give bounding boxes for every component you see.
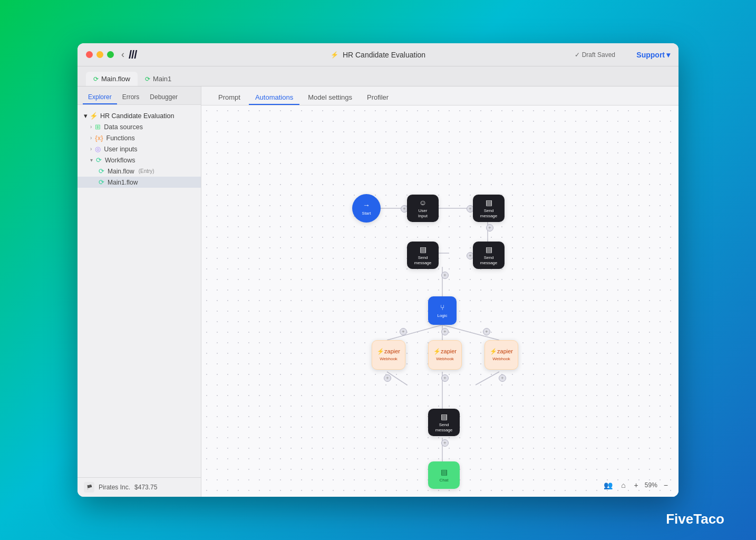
flow-icon: ⟳ bbox=[93, 75, 99, 83]
minimize-button[interactable] bbox=[96, 51, 103, 58]
chevron-right-icon-3: › bbox=[90, 146, 92, 152]
sidebar-footer: 🏴 Pirates Inc. $473.75 bbox=[77, 477, 201, 497]
database-icon: ⊞ bbox=[95, 123, 101, 131]
tree-root-hr[interactable]: ▾ ⚡ HR Candidate Evaluation bbox=[77, 110, 201, 121]
message-icon-3: ▤ bbox=[486, 245, 492, 254]
zapier-icon-3: ⚡zapier bbox=[490, 348, 513, 355]
tree-item-functions[interactable]: › {x} Functions bbox=[77, 132, 201, 143]
zoom-level: 59% bbox=[645, 481, 657, 489]
tree-subitem-main-flow[interactable]: ⟳ Main.flow (Entry) bbox=[77, 166, 201, 177]
branch-dot-3[interactable]: + bbox=[483, 328, 490, 335]
window-title-area: ⚡ HR Candidate Evaluation bbox=[331, 51, 425, 59]
node-send-msg-4[interactable]: ▤ Sendmessage bbox=[428, 409, 460, 436]
add-connector-6[interactable]: + bbox=[441, 439, 449, 447]
zoom-out-button[interactable]: − bbox=[662, 480, 670, 490]
sidebar-tab-bar: Explorer Errors Debugger bbox=[77, 86, 201, 105]
title-bar: ‹ /// ⚡ HR Candidate Evaluation ✓ Draft … bbox=[77, 43, 679, 66]
chevron-right-icon: › bbox=[90, 124, 92, 130]
sidebar: Explorer Errors Debugger ▾ ⚡ HR Candidat… bbox=[77, 86, 201, 497]
tab-main1[interactable]: ⟳ Main1 bbox=[138, 72, 179, 86]
sidebar-tab-explorer[interactable]: Explorer bbox=[83, 91, 117, 104]
tree-item-user-inputs[interactable]: › ◎ User inputs bbox=[77, 143, 201, 155]
close-button[interactable] bbox=[86, 51, 93, 58]
main1-flow-label: Main1.flow bbox=[108, 179, 138, 186]
node-zapier-2[interactable]: ⚡zapier Webhook bbox=[428, 340, 462, 370]
file-tab-bar: ⟳ Main.flow ⟳ Main1 bbox=[77, 66, 679, 86]
start-icon: → bbox=[363, 201, 370, 209]
tab-main-flow[interactable]: ⟳ Main.flow bbox=[86, 72, 138, 86]
tab-prompt[interactable]: Prompt bbox=[212, 91, 247, 105]
home-button[interactable]: ⌂ bbox=[619, 480, 627, 490]
title-icon: ⚡ bbox=[331, 51, 338, 59]
add-connector-3[interactable]: + bbox=[486, 224, 493, 232]
chevron-right-icon-2: › bbox=[90, 135, 92, 141]
converge-dot-1[interactable]: + bbox=[384, 374, 391, 382]
nav-area: ‹ /// bbox=[121, 48, 137, 62]
workflows-icon: ⟳ bbox=[96, 156, 102, 164]
node-chat[interactable]: ▤ Chat bbox=[428, 461, 460, 489]
svg-line-6 bbox=[387, 325, 442, 340]
chevron-down-icon-2: ▾ bbox=[90, 157, 93, 163]
chevron-down-icon: ▾ bbox=[84, 112, 88, 120]
tab-automations[interactable]: Automations bbox=[249, 91, 299, 105]
message-icon-1: ▤ bbox=[486, 198, 492, 207]
back-button[interactable]: ‹ bbox=[121, 49, 124, 60]
main-flow-label: Main.flow bbox=[108, 168, 134, 175]
content-tab-bar: Prompt Automations Model settings Profil… bbox=[201, 86, 679, 105]
node-zapier-1[interactable]: ⚡zapier Webhook bbox=[372, 340, 405, 370]
node-send-msg-2[interactable]: ▤ Sendmessage bbox=[407, 242, 439, 269]
org-name: Pirates Inc. bbox=[99, 484, 130, 491]
functions-icon: {x} bbox=[95, 134, 103, 142]
workflows-label: Workflows bbox=[105, 157, 135, 164]
root-label: HR Candidate Evaluation bbox=[100, 112, 174, 120]
user-inputs-label: User inputs bbox=[104, 146, 137, 153]
org-logo: 🏴 bbox=[84, 482, 94, 493]
branch-dot-2[interactable]: + bbox=[441, 328, 449, 335]
sidebar-tree: ▾ ⚡ HR Candidate Evaluation › ⊞ Data sou… bbox=[77, 105, 201, 477]
app-logo: /// bbox=[129, 48, 137, 62]
flow-icon-tree-2: ⟳ bbox=[99, 178, 104, 186]
zapier-icon-2: ⚡zapier bbox=[433, 348, 457, 355]
support-button[interactable]: Support ▾ bbox=[636, 51, 670, 59]
branch-dot-1[interactable]: + bbox=[400, 328, 407, 335]
entry-badge: (Entry) bbox=[139, 168, 154, 174]
zapier-icon-1: ⚡zapier bbox=[377, 348, 400, 355]
converge-dot-2[interactable]: + bbox=[441, 374, 449, 382]
main-layout: Explorer Errors Debugger ▾ ⚡ HR Candidat… bbox=[77, 86, 679, 497]
node-zapier-3[interactable]: ⚡zapier Webhook bbox=[484, 340, 518, 370]
user-input-icon: ☺ bbox=[419, 198, 427, 207]
flow-canvas[interactable]: → Start + ☺ UserInput + ▤ Sendmessage bbox=[201, 105, 679, 497]
balance: $473.75 bbox=[134, 484, 157, 491]
traffic-lights bbox=[86, 51, 114, 58]
app-window: ‹ /// ⚡ HR Candidate Evaluation ✓ Draft … bbox=[77, 43, 679, 497]
maximize-button[interactable] bbox=[107, 51, 114, 58]
node-start[interactable]: → Start bbox=[352, 194, 381, 223]
window-title: HR Candidate Evaluation bbox=[343, 51, 425, 59]
data-sources-label: Data sources bbox=[104, 123, 143, 131]
user-inputs-icon: ◎ bbox=[95, 145, 101, 153]
node-send-msg-1[interactable]: ▤ Sendmessage bbox=[473, 195, 505, 222]
tab-profiler[interactable]: Profiler bbox=[361, 91, 395, 105]
node-logic[interactable]: ⑂ Logic bbox=[428, 296, 457, 325]
node-user-input[interactable]: ☺ UserInput bbox=[407, 195, 439, 222]
root-icon: ⚡ bbox=[90, 112, 98, 120]
add-connector-5[interactable]: + bbox=[441, 272, 449, 279]
node-send-msg-3[interactable]: ▤ Sendmessage bbox=[473, 242, 505, 269]
svg-line-11 bbox=[476, 372, 499, 385]
message-icon-4: ▤ bbox=[441, 412, 448, 421]
tab-model-settings[interactable]: Model settings bbox=[302, 91, 358, 105]
tree-item-workflows[interactable]: ▾ ⟳ Workflows bbox=[77, 155, 201, 166]
sidebar-tab-errors[interactable]: Errors bbox=[117, 91, 145, 104]
tree-item-data-sources[interactable]: › ⊞ Data sources bbox=[77, 121, 201, 132]
tree-subitem-main1-flow[interactable]: ⟳ Main1.flow bbox=[77, 177, 201, 188]
zoom-in-button[interactable]: + bbox=[632, 480, 641, 490]
svg-line-8 bbox=[442, 325, 499, 340]
functions-label: Functions bbox=[106, 134, 135, 142]
converge-dot-3[interactable]: + bbox=[499, 374, 506, 382]
sidebar-tab-debugger[interactable]: Debugger bbox=[144, 91, 183, 104]
content-area: Prompt Automations Model settings Profil… bbox=[201, 86, 679, 497]
flow-icon-tree: ⟳ bbox=[99, 167, 104, 175]
people-button[interactable]: 👥 bbox=[602, 480, 615, 490]
flow-icon-2: ⟳ bbox=[145, 75, 150, 83]
chat-icon: ▤ bbox=[441, 468, 448, 476]
